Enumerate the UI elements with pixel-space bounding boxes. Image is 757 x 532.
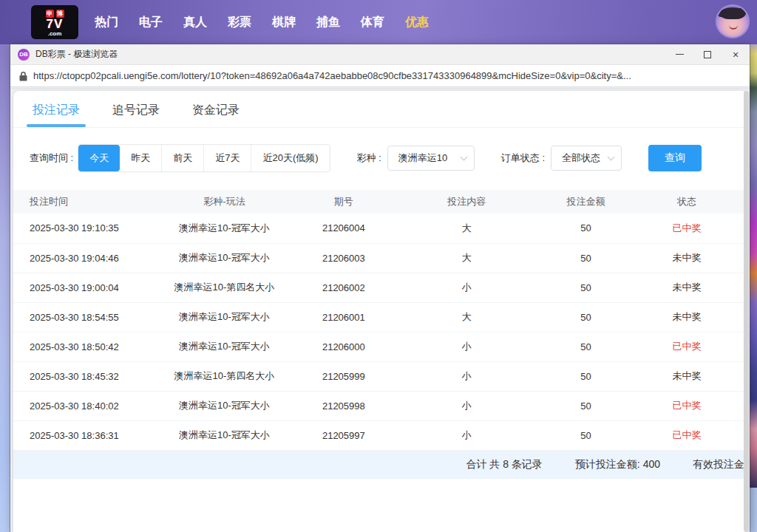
cell-amount: 50 [546, 420, 626, 450]
nav-item-热门[interactable]: 热门 [95, 15, 118, 30]
time-filter-chips: 今天昨天前天近7天近20天(低频) [78, 144, 330, 172]
cell-issue: 21205998 [299, 391, 387, 420]
user-avatar[interactable] [716, 4, 750, 38]
cell-game: 澳洲幸运10-第四名大小 [149, 273, 300, 302]
cell-amount: 50 [546, 214, 626, 243]
logo-badge-right: 博 [56, 10, 64, 18]
time-chip-前天[interactable]: 前天 [161, 145, 203, 171]
cell-game: 澳洲幸运10-冠军大小 [149, 391, 300, 420]
records-panel: 投注记录追号记录资金记录 查询时间 : 今天昨天前天近7天近20天(低频) 彩种… [13, 91, 747, 532]
cell-status: 未中奖 [626, 243, 747, 273]
cell-issue: 21205999 [299, 361, 387, 391]
tab-资金记录[interactable]: 资金记录 [192, 103, 240, 127]
cell-status: 已中奖 [626, 391, 747, 420]
tab-追号记录[interactable]: 追号记录 [112, 103, 160, 127]
cell-time: 2025-03-30 19:00:04 [13, 273, 149, 302]
site-logo[interactable]: 申 博 7V .com [31, 5, 78, 39]
cell-time: 2025-03-30 18:54:55 [13, 302, 149, 332]
cell-time: 2025-03-30 18:36:31 [13, 420, 149, 450]
nav-item-捕鱼[interactable]: 捕鱼 [316, 15, 340, 30]
nav-item-优惠[interactable]: 优惠 [405, 15, 429, 30]
cell-issue: 21206000 [299, 332, 387, 361]
search-button[interactable]: 查询 [648, 145, 702, 171]
time-chip-昨天[interactable]: 昨天 [120, 145, 161, 171]
lottery-filter-label: 彩种 : [357, 151, 381, 165]
cell-amount: 50 [546, 332, 626, 361]
maximize-button[interactable] [693, 44, 722, 64]
nav-item-电子[interactable]: 电子 [139, 15, 163, 30]
status-select-value: 全部状态 [562, 151, 600, 165]
column-header-期号: 期号 [299, 190, 387, 214]
nav-item-真人[interactable]: 真人 [183, 15, 207, 30]
avatar-hair-bun-right [738, 7, 747, 16]
cell-game: 澳洲幸运10-冠军大小 [149, 243, 300, 273]
cell-issue: 21206002 [299, 273, 387, 302]
table-row[interactable]: 2025-03-30 19:00:04澳洲幸运10-第四名大小21206002小… [13, 273, 747, 302]
avatar-hair-bun-left [717, 9, 725, 17]
page-content: 投注记录追号记录资金记录 查询时间 : 今天昨天前天近7天近20天(低频) 彩种… [10, 88, 750, 532]
cell-time: 2025-03-30 18:45:32 [13, 361, 149, 391]
cell-game: 澳洲幸运10-冠军大小 [149, 302, 300, 332]
cell-game: 澳洲幸运10-冠军大小 [149, 420, 300, 450]
cell-status: 已中奖 [626, 420, 747, 450]
summary-item-1: 预计投注金额: 400 [575, 458, 660, 471]
cell-content: 小 [387, 273, 545, 302]
cell-time: 2025-03-30 18:40:02 [13, 391, 149, 420]
cell-status: 未中奖 [626, 302, 747, 332]
time-filter-label: 查询时间 : [30, 151, 73, 165]
table-row[interactable]: 2025-03-30 19:10:35澳洲幸运10-冠军大小21206004大5… [13, 214, 747, 243]
cell-time: 2025-03-30 19:10:35 [13, 214, 149, 243]
nav-item-彩票[interactable]: 彩票 [228, 15, 251, 30]
table-row[interactable]: 2025-03-30 18:50:42澳洲幸运10-冠军大小21206000小5… [13, 332, 747, 361]
cell-content: 小 [387, 391, 545, 420]
status-filter-label: 订单状态 : [501, 151, 545, 165]
table-row[interactable]: 2025-03-30 18:54:55澳洲幸运10-冠军大小21206001大5… [13, 302, 747, 332]
column-header-彩种-玩法: 彩种-玩法 [149, 190, 300, 214]
nav-menu: 热门电子真人彩票棋牌捕鱼体育优惠 [95, 15, 429, 30]
browser-tab-icon: DB [18, 49, 30, 61]
time-chip-今天[interactable]: 今天 [78, 145, 120, 171]
cell-issue: 21205997 [299, 420, 387, 450]
lottery-select-value: 澳洲幸运10 [398, 151, 447, 165]
tab-投注记录[interactable]: 投注记录 [33, 103, 80, 127]
table-row[interactable]: 2025-03-30 18:40:02澳洲幸运10-冠军大小21205998小5… [13, 391, 747, 420]
summary-bar: 合计 共 8 条记录预计投注金额: 400有效投注金 [13, 451, 747, 479]
cell-content: 大 [387, 214, 545, 243]
order-status-select[interactable]: 全部状态 [551, 146, 622, 171]
vertical-scrollbar[interactable] [744, 91, 749, 532]
table-row[interactable]: 2025-03-30 19:04:46澳洲幸运10-冠军大小21206003大5… [13, 243, 747, 273]
column-header-投注金额: 投注金额 [546, 190, 626, 214]
table-row[interactable]: 2025-03-30 18:36:31澳洲幸运10-冠军大小21205997小5… [13, 420, 747, 450]
window-title: DB彩票 - 极速浏览器 [35, 48, 118, 61]
cell-content: 小 [387, 332, 545, 361]
cell-amount: 50 [546, 361, 626, 391]
cell-amount: 50 [546, 273, 626, 302]
nav-item-棋牌[interactable]: 棋牌 [272, 15, 296, 30]
minimize-button[interactable] [665, 44, 693, 64]
cell-game: 澳洲幸运10-冠军大小 [149, 214, 300, 243]
window-titlebar[interactable]: DB DB彩票 - 极速浏览器 × [10, 44, 750, 65]
cell-status: 已中奖 [626, 214, 747, 243]
cell-amount: 50 [546, 302, 626, 332]
close-button[interactable]: × [722, 44, 750, 64]
address-bar[interactable]: https://ctopcp02pcali.uengi5e.com/lotter… [10, 65, 750, 87]
logo-badges: 申 博 [46, 10, 64, 18]
url-text: https://ctopcp02pcali.uengi5e.com/lotter… [33, 70, 631, 81]
cell-content: 小 [387, 361, 545, 391]
background-page-strip [749, 0, 757, 488]
column-header-投注时间: 投注时间 [13, 190, 149, 214]
cell-issue: 21206004 [299, 214, 387, 243]
active-tab-underline [27, 124, 86, 127]
cell-issue: 21206003 [299, 243, 387, 273]
cell-time: 2025-03-30 19:04:46 [13, 243, 149, 273]
nav-item-体育[interactable]: 体育 [361, 15, 384, 30]
summary-item-2: 有效投注金 [693, 458, 744, 471]
time-chip-近7天[interactable]: 近7天 [203, 145, 251, 171]
time-chip-近20天(低频)[interactable]: 近20天(低频) [251, 145, 329, 171]
cell-amount: 50 [546, 243, 626, 273]
lottery-select[interactable]: 澳洲幸运10 [387, 146, 475, 171]
close-icon: × [733, 50, 739, 60]
cell-content: 大 [387, 243, 545, 273]
table-row[interactable]: 2025-03-30 18:45:32澳洲幸运10-第四名大小21205999小… [13, 361, 747, 391]
cell-game: 澳洲幸运10-第四名大小 [149, 361, 300, 391]
